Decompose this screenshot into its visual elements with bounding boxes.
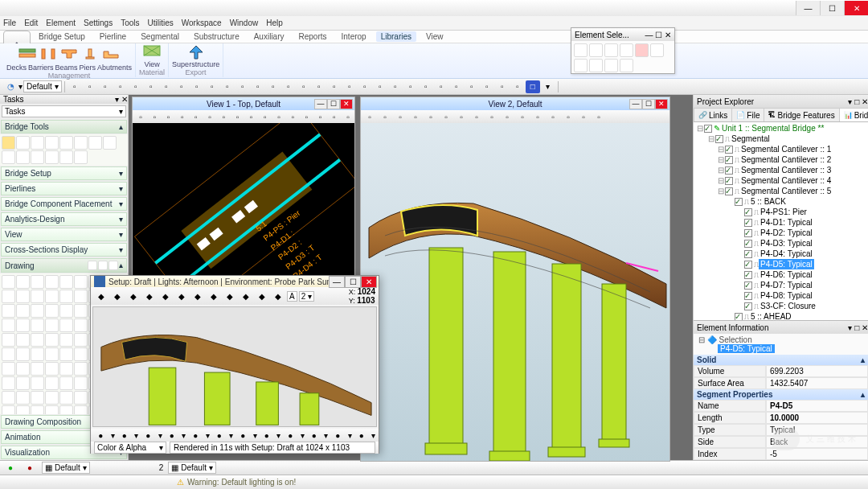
view-close-icon[interactable]: ✕ [340,99,353,109]
task-section[interactable]: Bridge Tools▴ [1,120,127,134]
tool-icon[interactable]: ▫ [434,80,448,93]
render-tool-icon[interactable]: ◆ [255,290,269,302]
view-tool-icon[interactable]: ▫ [300,110,313,123]
tool-button[interactable] [74,333,88,347]
tool-button[interactable] [2,150,15,164]
workflow-tab[interactable]: Reports [294,31,332,42]
tool-button[interactable] [74,275,88,289]
tool-button[interactable] [74,376,88,390]
view-tool-icon[interactable]: ▫ [561,110,575,123]
render-close-icon[interactable]: ✕ [361,276,377,288]
tool-icon[interactable]: ▫ [465,80,479,93]
tool-icon[interactable]: □ [526,80,540,93]
view-tool-icon[interactable]: ▫ [162,110,174,123]
tree-node[interactable]: ⎍ P4-D1: Typical [695,217,866,228]
view-tool-icon[interactable]: ▫ [469,110,484,123]
palette-tool[interactable] [620,43,633,57]
tool-button[interactable] [31,376,44,390]
view-tool-icon[interactable]: ▫ [485,110,499,123]
tool-button[interactable] [59,405,73,414]
tool-icon[interactable]: ▫ [327,80,342,93]
palette-min-icon[interactable]: — [645,31,653,39]
tool-button[interactable] [74,304,88,318]
tool-icon[interactable]: ▫ [388,80,403,93]
dropdown-icon[interactable]: ▾ [18,82,23,91]
render-max-icon[interactable]: ☐ [345,276,361,288]
render-tool-icon[interactable]: ◆ [126,290,141,302]
tool-button[interactable] [74,290,88,303]
render-mode-dropdown[interactable]: Color & Alpha▾ [94,442,166,454]
tool-button[interactable] [59,304,73,318]
superstructure-export-button[interactable] [186,44,206,60]
tool-button[interactable] [16,150,30,164]
barriers-button[interactable] [39,44,58,64]
material-view-button[interactable] [142,44,162,60]
palette-tool[interactable] [635,43,649,57]
window-close-button[interactable]: ✕ [844,1,868,15]
tool-button[interactable] [74,318,88,332]
tree-node[interactable]: ⊟⎍ Segmental Cantilever :: 2 [695,154,866,165]
explorer-tab[interactable]: 🔗 Links [694,108,732,121]
tree-node[interactable]: ⊟⎍ Segmental Cantilever :: 5 [695,186,866,196]
tool-icon[interactable]: ▫ [220,80,235,93]
tool-button[interactable] [59,136,73,150]
tool-button[interactable] [16,362,30,376]
tool-button[interactable] [59,376,73,390]
workspace-dropdown[interactable]: Default▾ [23,80,62,92]
workflow-tab[interactable]: Substructure [189,31,244,42]
tool-button[interactable] [45,150,59,164]
tree-node[interactable]: ⎍ P4-D8: Typical [695,290,866,301]
render-tool-icon[interactable]: ● [331,429,345,442]
tree-node[interactable]: ⎍ P4-D7: Typical [695,280,866,290]
view-tool-icon[interactable]: ▫ [576,110,591,123]
view-tool-icon[interactable]: ▫ [378,110,392,123]
view-tool-icon[interactable]: ▫ [328,110,341,123]
render-viewport[interactable] [92,306,377,427]
tool-button[interactable] [45,376,59,390]
tool-button[interactable] [2,290,15,303]
tool-button[interactable] [74,391,88,405]
tool-button[interactable] [2,405,15,414]
tool-button[interactable] [59,275,73,289]
tool-icon[interactable]: ▫ [281,80,296,93]
workflow-tab-active[interactable]: Libraries [376,31,416,42]
view-tool-icon[interactable]: ▫ [393,110,407,123]
tool-icon[interactable]: ▫ [312,80,326,93]
task-section[interactable]: Analytics-Design▾ [1,212,127,226]
render-tool-icon[interactable]: ● [166,429,179,442]
tool-button[interactable] [16,347,30,361]
tree-node[interactable]: ⎍ P4-D5: Typical [695,259,866,269]
tool-button[interactable] [45,304,59,318]
palette-tool[interactable] [574,43,588,57]
tool-button[interactable] [2,333,15,347]
tool-button[interactable] [31,136,44,150]
view-tool-icon[interactable]: ▫ [342,110,354,123]
tool-button[interactable] [59,318,73,332]
tool-button[interactable] [88,136,102,150]
render-tool-icon[interactable]: ◆ [223,290,237,302]
tool-icon[interactable]: ▫ [358,80,372,93]
tool-button[interactable] [59,290,73,303]
render-tool-icon[interactable]: ◆ [94,290,108,302]
render-tool-icon[interactable]: ● [355,429,369,442]
palette-tool[interactable] [574,59,588,72]
tree-node[interactable]: ⊟⎍ Segmental Cantilever :: 4 [695,175,866,186]
tool-button[interactable] [2,318,15,332]
tool-button[interactable] [31,362,44,376]
render-tool-icon[interactable]: ● [94,429,108,442]
render-tool-icon[interactable]: ◆ [190,290,205,302]
task-section[interactable]: Cross-Sections Display▾ [1,243,127,257]
view-tool-icon[interactable]: ▫ [231,110,244,123]
tool-button[interactable] [45,333,59,347]
tool-icon[interactable]: ▫ [68,80,82,93]
view-tool-icon[interactable]: ▫ [515,110,530,123]
view-tool-icon[interactable]: ▫ [259,110,272,123]
tool-button[interactable] [74,347,88,361]
palette-tool[interactable] [604,43,618,57]
tool-button[interactable] [2,362,15,376]
palette-tool[interactable] [620,59,633,72]
tool-button[interactable] [45,290,59,303]
render-tool-icon[interactable]: ● [118,429,132,442]
tool-button[interactable] [31,290,44,303]
tool-button[interactable] [2,304,15,318]
